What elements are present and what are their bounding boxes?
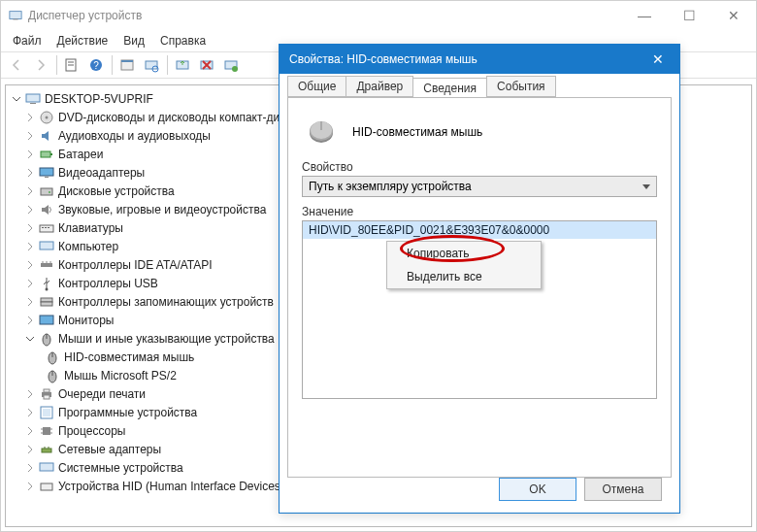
monitor-icon: [39, 313, 54, 328]
device-name: HID-совместимая мышь: [352, 125, 482, 139]
toolbar-enable[interactable]: [219, 53, 243, 77]
disk-icon: [39, 183, 54, 199]
chevron-right-icon[interactable]: [23, 295, 37, 309]
toolbar-scan[interactable]: [140, 53, 163, 77]
mouse-icon: [39, 331, 54, 347]
dialog-footer: OK Отмена: [499, 478, 662, 501]
svg-rect-39: [40, 316, 53, 324]
value-item[interactable]: HID\VID_80EE&PID_0021&E393E07&0&0000: [303, 221, 656, 239]
chevron-right-icon[interactable]: [23, 166, 37, 180]
svg-rect-32: [41, 263, 52, 267]
context-select-all[interactable]: Выделить все: [387, 265, 541, 288]
chevron-right-icon[interactable]: [23, 406, 37, 419]
tab-general[interactable]: Общие: [287, 76, 346, 97]
chevron-right-icon[interactable]: [23, 258, 37, 272]
chevron-right-icon[interactable]: [23, 111, 37, 124]
chevron-down-icon[interactable]: [23, 332, 37, 346]
svg-rect-25: [41, 188, 52, 195]
svg-rect-59: [40, 463, 53, 471]
toolbar-showall[interactable]: [60, 53, 83, 77]
tab-events[interactable]: События: [486, 76, 556, 97]
svg-text:?: ?: [93, 60, 99, 71]
svg-point-16: [232, 66, 238, 72]
menu-view[interactable]: Вид: [115, 32, 152, 50]
toolbar-uninstall[interactable]: [195, 53, 218, 77]
chevron-right-icon[interactable]: [23, 443, 37, 456]
property-label: Свойство: [302, 160, 657, 174]
svg-rect-23: [40, 168, 53, 176]
svg-rect-31: [40, 242, 53, 249]
chevron-down-icon[interactable]: [10, 92, 23, 106]
chevron-right-icon[interactable]: [23, 129, 37, 143]
close-button[interactable]: ✕: [711, 1, 756, 30]
maximize-button[interactable]: ☐: [667, 1, 711, 30]
dialog-titlebar: Свойства: HID-совместимая мышь ✕: [280, 45, 679, 74]
property-combo[interactable]: Путь к экземпляру устройства: [302, 176, 657, 197]
svg-rect-29: [45, 227, 47, 228]
chevron-right-icon[interactable]: [23, 461, 37, 475]
ok-button[interactable]: OK: [499, 478, 576, 501]
svg-rect-9: [146, 61, 157, 69]
svg-rect-27: [40, 225, 53, 232]
chevron-right-icon[interactable]: [23, 277, 37, 290]
context-menu: Копировать Выделить все: [386, 241, 542, 289]
tree-root-label: DESKTOP-5VUPRIF: [45, 92, 153, 106]
svg-rect-22: [50, 153, 52, 155]
svg-rect-8: [121, 60, 133, 62]
dialog-close-button[interactable]: ✕: [637, 45, 679, 74]
cpu-icon: [39, 423, 54, 439]
chevron-right-icon[interactable]: [23, 184, 37, 198]
dialog-tabs: Общие Драйвер Сведения События: [280, 74, 679, 97]
svg-rect-17: [26, 94, 40, 102]
value-listbox[interactable]: HID\VID_80EE&PID_0021&E393E07&0&0000 Коп…: [302, 220, 657, 399]
svg-rect-47: [44, 389, 49, 392]
usb-icon: [39, 276, 54, 291]
chevron-right-icon[interactable]: [23, 424, 37, 438]
properties-dialog: Свойства: HID-совместимая мышь ✕ Общие Д…: [279, 44, 680, 514]
svg-rect-50: [43, 409, 50, 416]
network-icon: [39, 442, 54, 457]
system-icon: [39, 460, 54, 476]
audio-icon: [39, 128, 54, 144]
printer-icon: [39, 386, 54, 402]
menu-action[interactable]: Действие: [49, 32, 116, 50]
mouse-icon: [45, 349, 60, 365]
svg-rect-1: [13, 19, 17, 20]
svg-rect-24: [45, 177, 49, 178]
toolbar-prop[interactable]: [115, 53, 139, 77]
device-manager-window: Диспетчер устройств — ☐ ✕ Файл Действие …: [0, 0, 757, 532]
dvd-icon: [39, 110, 54, 125]
toolbar-update[interactable]: [171, 53, 194, 77]
ide-icon: [39, 257, 54, 273]
device-header: HID-совместимая мышь: [302, 112, 657, 152]
computer-icon: [39, 239, 54, 254]
chevron-right-icon[interactable]: [23, 314, 37, 327]
toolbar-back[interactable]: [5, 53, 28, 77]
tab-details[interactable]: Сведения: [412, 78, 487, 98]
chevron-right-icon[interactable]: [23, 387, 37, 401]
minimize-button[interactable]: —: [622, 1, 667, 30]
svg-point-20: [46, 116, 49, 118]
toolbar-forward[interactable]: [29, 53, 52, 77]
context-copy[interactable]: Копировать: [387, 242, 541, 265]
svg-rect-0: [10, 12, 21, 19]
svg-rect-56: [42, 449, 51, 452]
storage-icon: [39, 294, 54, 310]
menu-file[interactable]: Файл: [5, 32, 49, 50]
svg-rect-51: [43, 427, 50, 435]
chevron-right-icon[interactable]: [23, 240, 37, 253]
chevron-right-icon[interactable]: [23, 480, 37, 493]
display-icon: [39, 165, 54, 181]
chevron-right-icon[interactable]: [23, 203, 37, 216]
chevron-right-icon[interactable]: [23, 148, 37, 161]
svg-rect-21: [41, 151, 50, 157]
svg-point-36: [46, 287, 49, 290]
menu-help[interactable]: Справка: [152, 32, 214, 50]
software-icon: [39, 405, 54, 420]
tab-driver[interactable]: Драйвер: [346, 76, 413, 97]
chevron-right-icon[interactable]: [23, 221, 37, 235]
toolbar-help[interactable]: ?: [84, 53, 108, 77]
cancel-button[interactable]: Отмена: [584, 478, 662, 501]
value-label: Значение: [302, 205, 657, 218]
dialog-body: HID-совместимая мышь Свойство Путь к экз…: [287, 97, 672, 478]
